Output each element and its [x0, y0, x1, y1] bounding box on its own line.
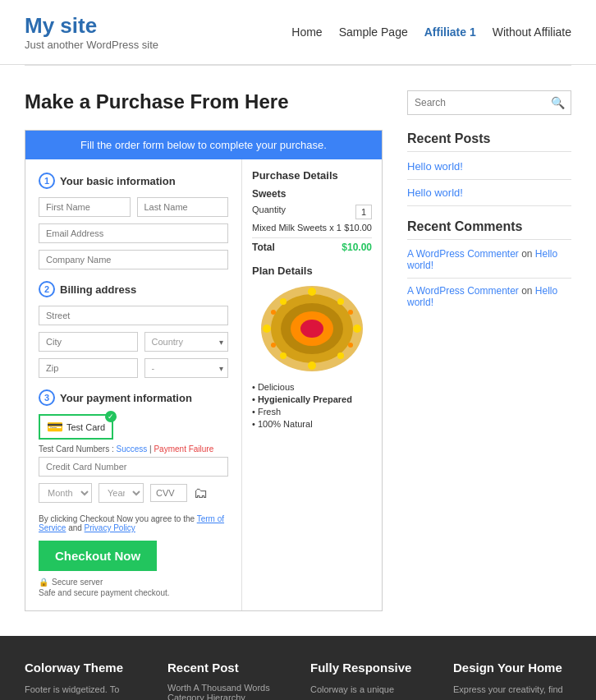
footer-col-design: Design Your Home Express your creativity… [453, 661, 571, 700]
item-row: Mixed Milk Sweets x 1 $10.00 [252, 223, 372, 233]
post-link-1[interactable]: Hello world! [407, 160, 571, 173]
nav-affiliate1[interactable]: Affiliate 1 [424, 25, 476, 39]
svg-point-16 [348, 343, 353, 348]
main-content: Make a Purchase From Here Fill the order… [25, 90, 383, 611]
item-label: Mixed Milk Sweets x 1 [252, 223, 342, 233]
posts-divider-2 [407, 205, 571, 206]
dash-select[interactable]: - [144, 358, 229, 378]
footer-grid: Colorway Theme Footer is widgetized. To … [25, 661, 571, 700]
total-label: Total [252, 242, 275, 253]
test-card-button[interactable]: 💳 Test Card ✓ [39, 414, 113, 440]
nav-sample-page[interactable]: Sample Page [339, 25, 408, 39]
search-button[interactable]: 🔍 [544, 91, 571, 114]
svg-point-8 [353, 325, 361, 333]
company-input[interactable] [39, 250, 228, 269]
card-back-icon: 🗂 [194, 485, 209, 502]
svg-point-13 [271, 310, 276, 315]
order-box: Fill the order form below to complete yo… [25, 130, 383, 611]
street-row [39, 306, 228, 325]
city-input[interactable] [39, 332, 138, 352]
payment-section: 3 Your payment information 💳 Test Card ✓ [39, 389, 228, 503]
country-select[interactable]: Country [144, 332, 229, 352]
on-text-2: on [521, 285, 535, 297]
privacy-link[interactable]: Privacy Policy [85, 523, 135, 532]
svg-point-7 [263, 325, 271, 333]
credit-card-row [39, 457, 228, 477]
test-card-info: Test Card Numbers : Success | Payment Fa… [39, 444, 228, 454]
plan-features: Delicious Hygienically Prepared Fresh 10… [252, 382, 372, 429]
year-select[interactable]: Year [99, 483, 144, 503]
footer-design-title: Design Your Home [453, 661, 571, 675]
footer-col-colorway: Colorway Theme Footer is widgetized. To … [25, 661, 143, 700]
street-input[interactable] [39, 306, 228, 325]
first-name-input[interactable] [39, 197, 131, 217]
plan-food-image [259, 283, 365, 374]
feature-delicious: Delicious [252, 382, 372, 392]
footer-col-recent-post: Recent Post Worth A Thousand Words Categ… [167, 661, 286, 700]
order-header: Fill the order form below to complete yo… [25, 131, 382, 159]
feature-hygienically: Hygienically Prepared [252, 394, 372, 404]
section2-title: 2 Billing address [39, 281, 228, 297]
section2-label: Billing address [60, 283, 136, 296]
commenter-2: A WordPress Commenter [407, 285, 519, 297]
zip-input[interactable] [39, 358, 138, 378]
feature-fresh: Fresh [252, 407, 372, 417]
recent-posts-title: Recent Posts [407, 131, 571, 152]
post-link-2[interactable]: Hello world! [407, 187, 571, 199]
zip-row: - [39, 358, 228, 378]
comment-1: A WordPress Commenter on Hello world! [407, 248, 571, 271]
dash-wrapper: - [144, 358, 229, 378]
checkout-button[interactable]: Checkout Now [39, 541, 157, 571]
footer-responsive-text: Colorway is a unique responsive WordPres… [310, 683, 429, 700]
credit-card-input[interactable] [39, 457, 228, 477]
success-link[interactable]: Success [116, 444, 147, 454]
secure-label: 🔒 Secure server [39, 578, 228, 587]
credit-card-icon: 💳 [47, 419, 63, 435]
purchase-title: Purchase Details [252, 169, 372, 182]
quantity-row: Quantity 1 [252, 205, 372, 219]
section1-num: 1 [39, 173, 55, 189]
purchase-category: Sweets [252, 188, 372, 200]
email-row [39, 223, 228, 243]
section1-label: Your basic information [60, 175, 176, 187]
section1-title: 1 Your basic information [39, 173, 228, 189]
safe-text: Safe and secure payment checkout. [39, 588, 228, 597]
svg-point-10 [337, 298, 344, 305]
billing-section: 2 Billing address Country [39, 281, 228, 378]
plan-title: Plan Details [252, 265, 372, 277]
check-badge: ✓ [105, 411, 117, 422]
search-input[interactable] [408, 91, 544, 114]
svg-point-4 [300, 320, 323, 338]
posts-divider-1 [407, 179, 571, 180]
footer-post-link-1[interactable]: Worth A Thousand Words [167, 683, 286, 693]
site-footer: Colorway Theme Footer is widgetized. To … [0, 636, 596, 700]
country-wrapper: Country [144, 332, 229, 352]
recent-comments-title: Recent Comments [407, 219, 571, 240]
basic-info-section: 1 Your basic information [39, 173, 228, 269]
payment-failure-link[interactable]: Payment Failure [154, 444, 213, 454]
site-branding: My site Just another WordPress site [25, 13, 158, 51]
company-row [39, 250, 228, 269]
feature-natural: 100% Natural [252, 419, 372, 429]
order-body: 1 Your basic information [25, 159, 382, 610]
comment-2: A WordPress Commenter on Hello world! [407, 285, 571, 308]
terms-text: By clicking Checkout Now you agree to th… [39, 514, 228, 532]
section3-label: Your payment information [60, 392, 192, 404]
footer-colorway-text: Footer is widgetized. To setup the foote… [25, 683, 143, 700]
svg-point-9 [280, 298, 287, 305]
cvv-input[interactable] [150, 484, 187, 502]
footer-design-text: Express your creativity, find inspiratio… [453, 683, 571, 700]
nav-home[interactable]: Home [291, 25, 322, 39]
svg-point-12 [337, 352, 344, 359]
svg-point-14 [348, 310, 353, 315]
site-tagline: Just another WordPress site [25, 39, 158, 51]
site-title: My site [25, 13, 158, 39]
section3-title: 3 Your payment information [39, 389, 228, 406]
month-select[interactable]: Month [39, 483, 92, 503]
nav-without-affiliate[interactable]: Without Affiliate [493, 25, 571, 39]
email-input[interactable] [39, 223, 228, 243]
page-title: Make a Purchase From Here [25, 90, 383, 113]
last-name-input[interactable] [137, 197, 229, 217]
quantity-label: Quantity [252, 205, 286, 219]
footer-post-link-2[interactable]: Category Hierarchy [167, 693, 286, 700]
